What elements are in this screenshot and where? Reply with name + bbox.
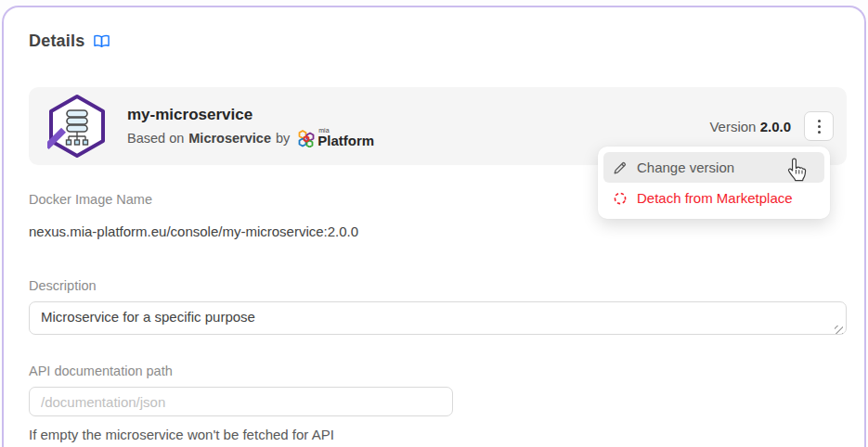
documentation-book-icon[interactable] (94, 34, 110, 48)
menu-item-label: Detach from Marketplace (637, 190, 793, 206)
brand-mia-text: mia (318, 127, 329, 134)
description-label: Description (29, 278, 97, 293)
version-value: 2.0.0 (760, 119, 791, 134)
service-based-on: Based on Microservice by mia (127, 129, 709, 147)
menu-item-change-version[interactable]: Change version (603, 152, 824, 183)
version-label: Version (709, 119, 756, 134)
docker-image-name-value: nexus.mia-platform.eu/console/my-microse… (29, 224, 358, 239)
based-on-prefix: Based on (127, 131, 184, 146)
page-title: Details (29, 32, 84, 51)
mia-platform-logo: mia Platform (297, 129, 374, 147)
api-documentation-path-input[interactable] (29, 387, 453, 416)
mia-platform-hexagons-icon (297, 129, 316, 147)
menu-item-label: Change version (637, 160, 734, 175)
more-actions-button[interactable] (804, 111, 834, 141)
docker-image-name-label: Docker Image Name (29, 192, 152, 207)
description-textarea[interactable]: Microservice for a specific purpose (29, 301, 847, 335)
page-header: Details (29, 32, 110, 51)
pencil-icon (613, 160, 628, 175)
microservice-hexagon-icon (47, 94, 107, 159)
api-documentation-path-label: API documentation path (29, 364, 173, 378)
api-documentation-help-text: If empty the microservice won't be fetch… (29, 426, 428, 447)
based-on-connector: by (276, 131, 290, 146)
service-text-block: my-microservice Based on Microservice by (127, 106, 709, 147)
version-area: Version 2.0.0 (709, 111, 834, 141)
kebab-menu-icon (818, 120, 821, 134)
menu-item-detach-from-marketplace[interactable]: Detach from Marketplace (603, 183, 824, 213)
service-name: my-microservice (127, 106, 709, 124)
brand-platform-text: mia Platform (317, 134, 374, 147)
template-name: Microservice (188, 131, 271, 146)
detach-icon (613, 191, 628, 206)
version-text: Version 2.0.0 (709, 119, 791, 134)
actions-dropdown-menu: Change version Detach from Marketplace (598, 147, 830, 219)
details-panel: Details (2, 6, 866, 447)
